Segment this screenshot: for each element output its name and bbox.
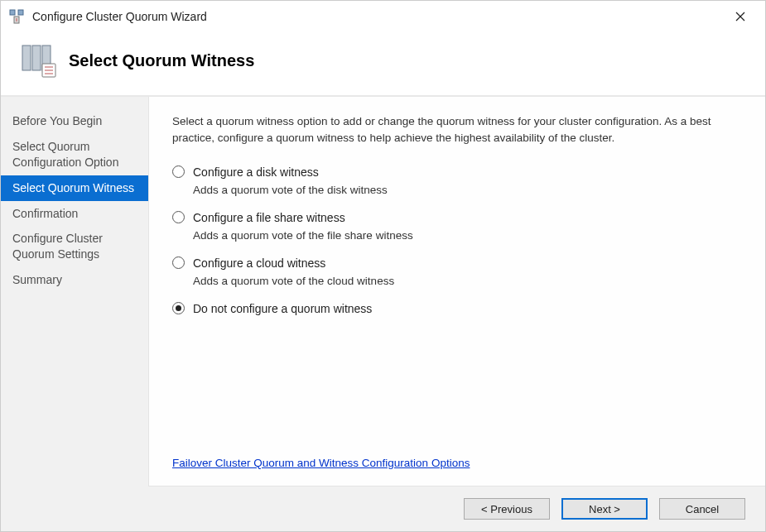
option-desc: Adds a quorum vote of the disk witness	[193, 184, 742, 196]
help-link-row: Failover Cluster Quorum and Witness Conf…	[172, 457, 742, 479]
option-file-share-witness: Configure a file share witness Adds a qu…	[172, 211, 742, 242]
nav-summary[interactable]: Summary	[1, 267, 148, 293]
wizard-body: Before You Begin Select Quorum Configura…	[1, 97, 765, 486]
nav-before-you-begin[interactable]: Before You Begin	[1, 108, 148, 134]
option-label: Do not configure a quorum witness	[193, 302, 372, 315]
close-button[interactable]	[724, 4, 757, 29]
radio-file-share-witness[interactable]	[172, 211, 185, 223]
radio-cloud-witness[interactable]	[172, 256, 185, 269]
svg-rect-7	[32, 46, 41, 70]
option-label: Configure a disk witness	[193, 165, 319, 179]
nav-select-quorum-witness[interactable]: Select Quorum Witness	[1, 175, 148, 201]
option-desc: Adds a quorum vote of the file share wit…	[193, 229, 742, 242]
option-cloud-witness: Configure a cloud witness Adds a quorum …	[172, 256, 742, 287]
wizard-window: Configure Cluster Quorum Wizard Select Q…	[0, 0, 766, 532]
wizard-content: Select a quorum witness option to add or…	[148, 97, 765, 486]
help-link[interactable]: Failover Cluster Quorum and Witness Conf…	[172, 457, 470, 469]
svg-rect-0	[10, 10, 15, 15]
option-label: Configure a cloud witness	[193, 256, 325, 270]
radio-disk-witness[interactable]	[172, 165, 185, 178]
option-disk-witness: Configure a disk witness Adds a quorum v…	[172, 165, 742, 196]
intro-text: Select a quorum witness option to add or…	[172, 113, 742, 147]
cancel-button[interactable]: Cancel	[659, 498, 745, 520]
options-group: Configure a disk witness Adds a quorum v…	[172, 165, 742, 458]
wizard-header: Select Quorum Witness	[1, 32, 765, 97]
previous-button[interactable]: < Previous	[464, 498, 550, 520]
app-icon	[9, 9, 24, 24]
option-desc: Adds a quorum vote of the cloud witness	[193, 275, 742, 287]
radio-no-witness[interactable]	[172, 302, 185, 314]
svg-rect-1	[18, 10, 23, 15]
window-title: Configure Cluster Quorum Wizard	[32, 10, 724, 23]
next-button[interactable]: Next >	[561, 498, 648, 520]
wizard-nav: Before You Begin Select Quorum Configura…	[1, 97, 148, 486]
wizard-footer: < Previous Next > Cancel	[1, 486, 765, 531]
nav-configure-settings[interactable]: Configure Cluster Quorum Settings	[1, 226, 148, 267]
option-label: Configure a file share witness	[193, 211, 345, 224]
page-title: Select Quorum Witness	[69, 51, 254, 70]
nav-confirmation[interactable]: Confirmation	[1, 201, 148, 227]
servers-icon	[17, 41, 57, 80]
svg-rect-6	[22, 46, 31, 70]
nav-select-config-option[interactable]: Select Quorum Configuration Option	[1, 134, 148, 175]
option-no-witness: Do not configure a quorum witness	[172, 302, 742, 315]
titlebar: Configure Cluster Quorum Wizard	[1, 1, 765, 32]
